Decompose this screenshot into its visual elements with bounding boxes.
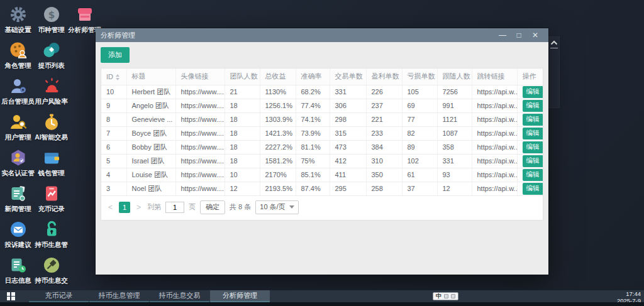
gavel-icon[interactable] — [42, 256, 61, 275]
table-cell: 74.1% — [296, 112, 330, 126]
column-header-8: 盈利单数 — [366, 68, 402, 85]
ime-toolbar[interactable]: 中 — [433, 292, 458, 300]
table-cell: 7256 — [437, 85, 472, 99]
table-cell: 331 — [330, 85, 366, 99]
log-doc-icon[interactable] — [9, 256, 28, 275]
table-cell: 3 — [101, 182, 126, 195]
start-button[interactable] — [0, 290, 21, 302]
column-header-12: 操作 — [517, 68, 543, 85]
table-cell: https://www.... — [175, 168, 225, 182]
edit-button[interactable]: 编辑 — [523, 128, 543, 139]
column-header-3: 头像链接 — [175, 68, 225, 85]
padlock-icon[interactable] — [42, 220, 61, 239]
desktop-icon[interactable]: 持币生息交 — [35, 253, 68, 289]
gear-icon[interactable] — [9, 5, 28, 24]
column-header-1[interactable]: ID — [101, 68, 126, 85]
edit-button[interactable]: 编辑 — [523, 155, 543, 167]
table-cell: 226 — [366, 85, 402, 99]
chevron-up-icon[interactable] — [550, 40, 558, 45]
wallet-icon[interactable] — [42, 148, 61, 167]
edit-button[interactable]: 编辑 — [523, 183, 543, 195]
taskbar-item[interactable]: 分析师管理 — [210, 290, 270, 302]
desktop-icons: 基础设置角色管理后台管理员用户管理实名认证管新闻管理投诉建议日志信息$币种管理提… — [1, 3, 101, 289]
desktop-icon-label: 币种管理 — [38, 26, 65, 35]
confirm-button[interactable]: 确定 — [200, 200, 225, 214]
window-body: 添加 ID标题头像链接团队人数总收益准确率交易单数盈利单数亏损单数跟随人数跳转链… — [96, 42, 548, 275]
taskbar-item[interactable]: 充币记录 — [29, 290, 89, 302]
store-icon[interactable] — [75, 5, 94, 24]
desktop-icon[interactable]: 钱包管理 — [35, 146, 68, 182]
admin-user-icon[interactable] — [9, 77, 28, 96]
table-cell: 7 — [101, 126, 126, 140]
prev-page-button[interactable]: < — [106, 203, 114, 212]
column-header-10: 跟随人数 — [437, 68, 472, 85]
page-size-select[interactable]: 10 条/页 — [255, 200, 298, 214]
desktop-icon[interactable]: 用户风险率 — [35, 74, 68, 110]
siren-icon[interactable] — [42, 77, 61, 96]
table-cell: 1256.1% — [260, 99, 296, 112]
ime-language-indicator[interactable]: 中 — [436, 293, 441, 299]
desktop-icon[interactable]: $币种管理 — [35, 3, 68, 38]
desktop-icon[interactable]: AI智能交易 — [35, 110, 68, 146]
desktop-icon[interactable]: 持币生息管 — [35, 217, 68, 253]
user-search-icon[interactable] — [9, 112, 28, 131]
desktop-icon[interactable]: 实名认证管 — [1, 146, 35, 182]
table-cell: 87.4% — [296, 182, 330, 195]
table-cell: 298 — [330, 112, 366, 126]
minimize-button[interactable]: — — [494, 31, 511, 40]
column-header-6: 准确率 — [296, 68, 330, 85]
ime-mode-icon[interactable] — [444, 294, 448, 298]
news-doc-icon[interactable] — [9, 184, 28, 203]
edit-button[interactable]: 编辑 — [523, 169, 543, 181]
desktop-icon[interactable]: 后台管理员 — [1, 74, 35, 110]
desktop-icon[interactable]: 角色管理 — [1, 38, 35, 74]
desktop-icon[interactable]: 充币记录 — [35, 182, 68, 217]
table-cell: Noel 团队 — [126, 182, 175, 195]
page-input[interactable] — [165, 202, 184, 213]
next-page-button[interactable]: > — [135, 203, 143, 212]
withdraw-circles-icon[interactable] — [42, 41, 61, 60]
add-button[interactable]: 添加 — [101, 47, 130, 63]
taskbar-item[interactable]: 持币生息管理 — [89, 290, 149, 302]
sort-icon[interactable] — [116, 74, 119, 80]
desktop-icon[interactable]: 新闻管理 — [1, 182, 35, 217]
desktop-icon[interactable]: 基础设置 — [1, 3, 35, 38]
ime-settings-icon[interactable] — [451, 294, 455, 298]
page-number-button[interactable]: 1 — [119, 202, 130, 213]
column-header-9: 亏损单数 — [402, 68, 437, 85]
table-cell: 18 — [225, 126, 260, 140]
table-cell: 1421.3% — [260, 126, 296, 140]
palette-icon[interactable] — [9, 41, 28, 60]
edit-button[interactable]: 编辑 — [523, 114, 543, 126]
desktop-icon[interactable]: 日志信息 — [1, 253, 35, 289]
edit-button[interactable]: 编辑 — [523, 100, 543, 112]
dollar-coin-icon[interactable]: $ — [42, 5, 61, 24]
maximize-button[interactable]: □ — [511, 31, 527, 40]
table-cell: 8 — [101, 112, 126, 126]
stopwatch-icon[interactable] — [42, 112, 61, 131]
table-cell: 89 — [402, 140, 437, 154]
desktop-icon[interactable]: 投诉建议 — [1, 217, 35, 253]
edit-button[interactable]: 编辑 — [523, 86, 543, 98]
close-button[interactable]: ✕ — [527, 31, 543, 40]
table-cell: 412 — [330, 154, 366, 168]
table-cell: 237 — [366, 99, 402, 112]
mail-circle-icon[interactable] — [9, 220, 28, 239]
desktop-icon-label: 实名认证管 — [1, 169, 35, 178]
column-header-7: 交易单数 — [330, 68, 366, 85]
table-header-row: ID标题头像链接团队人数总收益准确率交易单数盈利单数亏损单数跟随人数跳转链接操作 — [101, 68, 543, 85]
table-cell: 991 — [437, 99, 472, 112]
chart-card-icon[interactable] — [42, 184, 61, 203]
id-badge-icon[interactable] — [9, 148, 28, 167]
table-cell: 473 — [330, 140, 366, 154]
actions-cell: 编辑... — [517, 126, 543, 140]
desktop-icon[interactable]: 提币列表 — [35, 38, 68, 74]
edit-button[interactable]: 编辑 — [523, 141, 543, 153]
column-header-5: 总收益 — [260, 68, 296, 85]
desktop-icon[interactable]: 用户管理 — [1, 110, 35, 146]
taskbar-item[interactable]: 持币生息交易 — [150, 290, 209, 302]
window-titlebar[interactable]: 分析师管理 — □ ✕ — [96, 28, 548, 42]
table-cell: https://www.... — [175, 140, 225, 154]
table-cell: Louise 团队 — [126, 168, 175, 182]
window-title: 分析师管理 — [101, 31, 494, 40]
